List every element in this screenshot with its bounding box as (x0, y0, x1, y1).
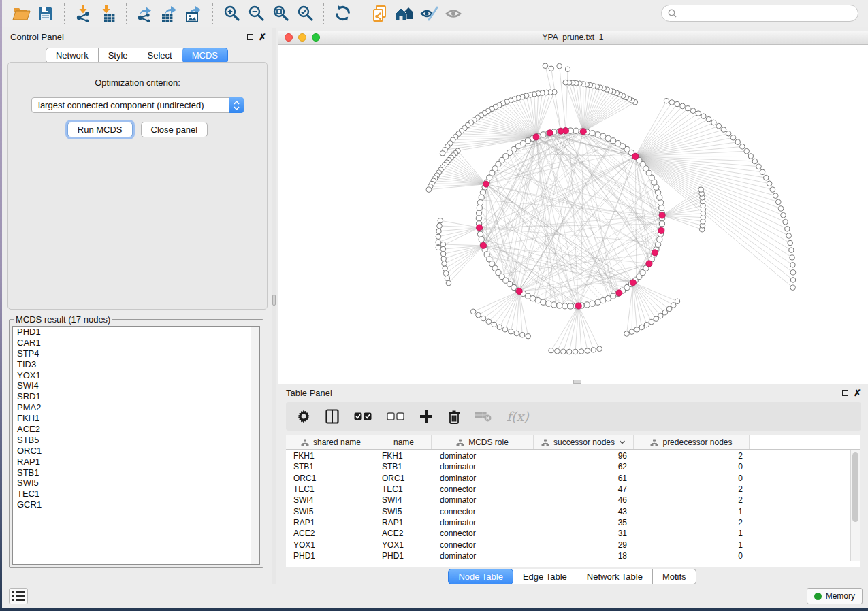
column-header-mcds-role[interactable]: MCDS role (432, 435, 534, 449)
column-header-predecessor-nodes[interactable]: predecessor nodes (634, 435, 750, 449)
duplicate-network-button[interactable] (368, 3, 392, 24)
deselect-all-button[interactable] (387, 412, 404, 420)
control-panel: Control Panel ✗ NetworkStyleSelectMCDS O… (2, 28, 272, 584)
zoom-out-button[interactable] (244, 3, 268, 24)
show-details-button[interactable] (441, 3, 466, 24)
tab-motifs[interactable]: Motifs (653, 569, 696, 584)
zoom-in-button[interactable] (219, 3, 244, 24)
mcds-result-item[interactable]: PHD1 (13, 327, 259, 337)
mcds-result-item[interactable]: TID3 (13, 359, 259, 370)
save-session-button[interactable] (33, 3, 58, 24)
cell: 0 (634, 551, 750, 561)
mcds-result-item[interactable]: STP4 (13, 348, 259, 359)
memory-status-icon (814, 593, 822, 600)
import-table-button[interactable] (95, 3, 120, 24)
tab-network[interactable]: Network (46, 48, 99, 63)
cell: 47 (534, 484, 634, 494)
select-all-button[interactable] (354, 412, 372, 420)
export-image-button[interactable] (182, 3, 206, 24)
criterion-select[interactable]: largest connected component (undirected) (31, 97, 244, 113)
zoom-selected-button[interactable] (293, 3, 317, 24)
cell: dominator (432, 462, 534, 472)
mcds-result-item[interactable]: GCR1 (13, 499, 259, 510)
cell: 18 (534, 551, 634, 561)
cell: FKH1 (376, 451, 432, 461)
mcds-result-item[interactable]: RAP1 (13, 457, 259, 467)
network-canvas[interactable] (278, 45, 868, 384)
cytoscape-window: Control Panel ✗ NetworkStyleSelectMCDS O… (2, 0, 868, 608)
float-table-panel-icon[interactable] (842, 390, 848, 396)
tab-edge-table[interactable]: Edge Table (513, 569, 577, 584)
column-header-shared-name[interactable]: shared name (286, 435, 376, 449)
table-row-orc1[interactable]: ORC1ORC1dominator610 (286, 473, 850, 484)
unchecked-boxes-icon (387, 412, 404, 420)
zoom-fit-button[interactable] (268, 3, 293, 24)
cell: TEC1 (286, 484, 376, 494)
mcds-result-item[interactable]: PMA2 (13, 402, 259, 413)
cell: ACE2 (286, 529, 376, 538)
panel-splitter[interactable] (272, 28, 276, 584)
hide-details-button[interactable] (417, 3, 441, 24)
mcds-result-item[interactable]: YOX1 (13, 370, 259, 381)
table-scrollbar-thumb[interactable] (852, 452, 858, 522)
cell: RAP1 (376, 518, 432, 527)
add-column-button[interactable] (419, 410, 433, 423)
column-header-successor-nodes[interactable]: successor nodes (534, 435, 634, 449)
column-header-name[interactable]: name (376, 435, 432, 449)
shared-column-icon (541, 439, 549, 446)
table-row-fkh1[interactable]: FKH1FKH1dominator962 (286, 450, 850, 461)
result-list-scrollbar[interactable] (251, 327, 259, 564)
mcds-result-item[interactable]: STB5 (13, 435, 259, 446)
shared-column-icon (456, 439, 464, 446)
table-row-tec1[interactable]: TEC1TEC1connector472 (286, 484, 850, 495)
mcds-result-item[interactable]: SWI4 (13, 380, 259, 391)
gear-button[interactable] (297, 410, 310, 423)
houses-button[interactable] (392, 3, 417, 24)
cell: dominator (432, 551, 534, 561)
mcds-result-item[interactable]: CAR1 (13, 337, 259, 348)
import-network-button[interactable] (71, 3, 95, 24)
split-columns-button[interactable] (325, 409, 339, 424)
mcds-result-item[interactable]: SWI5 (13, 478, 259, 489)
refresh-icon (334, 5, 351, 22)
table-row-rap1[interactable]: RAP1RAP1dominator352 (286, 517, 850, 528)
tab-network-table[interactable]: Network Table (577, 569, 653, 584)
mcds-result-item[interactable]: FKH1 (13, 413, 259, 424)
table-scrollbar[interactable] (850, 450, 860, 561)
search-input[interactable] (681, 9, 852, 18)
memory-button[interactable]: Memory (807, 588, 863, 604)
export-table-button[interactable] (157, 3, 182, 24)
mcds-result-item[interactable]: TEC1 (13, 489, 259, 499)
table-row-yox1[interactable]: YOX1YOX1connector291 (286, 539, 850, 550)
open-file-button[interactable] (9, 3, 33, 24)
close-panel-icon[interactable]: ✗ (259, 34, 266, 40)
canvas-hscroll-handle[interactable] (573, 380, 581, 384)
tab-style[interactable]: Style (99, 48, 138, 63)
mcds-result-item[interactable]: ORC1 (13, 446, 259, 457)
cell: SWI4 (286, 495, 376, 505)
close-panel-button[interactable]: Close panel (141, 122, 208, 137)
search-field[interactable] (661, 5, 858, 22)
cell: ACE2 (376, 529, 432, 538)
table-row-phd1[interactable]: PHD1PHD1dominator180 (286, 550, 850, 561)
task-history-button[interactable] (9, 588, 28, 604)
table-row-ace2[interactable]: ACE2ACE2connector311 (286, 528, 850, 539)
tab-mcds[interactable]: MCDS (182, 48, 228, 63)
mcds-result-item[interactable]: STB1 (13, 467, 259, 478)
table-row-swi5[interactable]: SWI5SWI5connector431 (286, 506, 850, 516)
table-row-stb1[interactable]: STB1STB1dominator620 (286, 461, 850, 472)
delete-column-button[interactable] (448, 410, 460, 424)
refresh-button[interactable] (330, 3, 355, 24)
column-header-filler (750, 435, 860, 449)
table-row-swi4[interactable]: SWI4SWI4dominator462 (286, 495, 850, 506)
cell: 2 (634, 518, 750, 527)
splitter-handle[interactable] (272, 295, 276, 306)
mcds-result-item[interactable]: SRD1 (13, 391, 259, 402)
tab-select[interactable]: Select (138, 48, 182, 63)
run-mcds-button[interactable]: Run MCDS (67, 122, 133, 137)
float-panel-icon[interactable] (247, 34, 253, 40)
export-network-button[interactable] (133, 3, 157, 24)
close-table-panel-icon[interactable]: ✗ (854, 390, 861, 396)
mcds-result-item[interactable]: ACE2 (13, 424, 259, 435)
tab-node-table[interactable]: Node Table (448, 569, 513, 584)
